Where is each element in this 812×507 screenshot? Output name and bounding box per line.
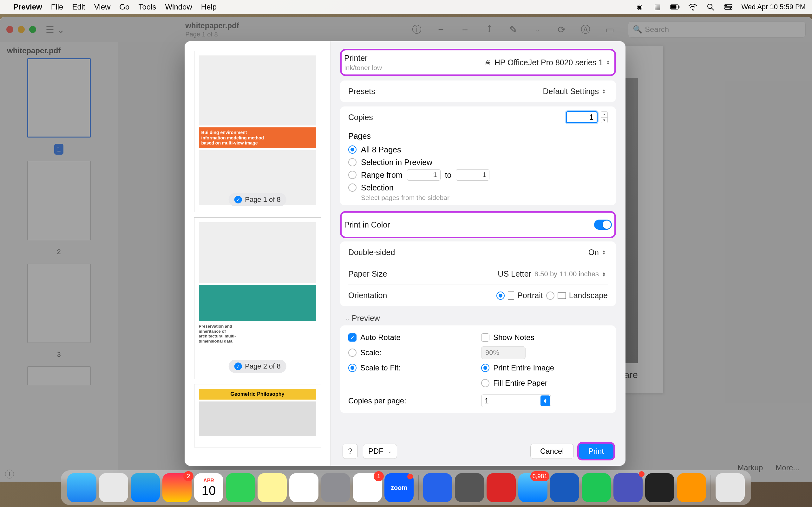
pages-selection-label[interactable]: Selection — [361, 183, 394, 192]
copies-stepper[interactable]: ▲▼ — [601, 111, 608, 123]
menu-help[interactable]: Help — [201, 3, 217, 11]
dock-app-1[interactable] — [423, 473, 452, 502]
pages-range-label[interactable]: Range from — [361, 170, 403, 180]
print-entire-radio[interactable] — [481, 364, 490, 372]
dock-photos[interactable]: 2 — [162, 473, 192, 502]
fill-paper-label[interactable]: Fill Entire Paper — [493, 379, 548, 388]
scale-fit-label[interactable]: Scale to Fit: — [360, 363, 401, 372]
dock-notes[interactable] — [258, 473, 287, 502]
svg-rect-2 — [679, 6, 680, 8]
menu-extra-icon[interactable]: ▦ — [653, 3, 662, 11]
scale-fit-radio[interactable] — [348, 364, 357, 372]
dock-messages[interactable] — [226, 473, 255, 502]
orientation-portrait-label[interactable]: Portrait — [517, 291, 543, 300]
copies-per-page-label: Copies per page: — [348, 396, 406, 405]
dock-zoom[interactable]: zoom — [385, 473, 414, 502]
orientation-portrait-radio[interactable] — [496, 291, 505, 300]
paper-size-select[interactable]: US Letter 8.50 by 11.00 inches ▲▼ — [498, 269, 608, 279]
dock-chrome[interactable]: 1 — [353, 473, 382, 502]
print-color-toggle[interactable] — [594, 220, 612, 230]
range-to-input[interactable] — [456, 169, 490, 181]
cancel-button[interactable]: Cancel — [530, 444, 574, 459]
presets-select[interactable]: Default Settings▲▼ — [543, 87, 608, 96]
show-notes-checkbox[interactable] — [481, 333, 490, 342]
scale-label[interactable]: Scale: — [360, 348, 382, 357]
menu-file[interactable]: File — [51, 3, 63, 11]
menu-window[interactable]: Window — [165, 3, 192, 11]
dock-app-3[interactable] — [645, 473, 674, 502]
scale-radio[interactable] — [348, 349, 357, 357]
svg-rect-1 — [671, 5, 676, 9]
printer-select[interactable]: 🖨 HP OfficeJet Pro 8020 series 1 ▲▼ — [484, 58, 612, 67]
pdf-dropdown[interactable]: PDF⌄ — [363, 444, 397, 459]
landscape-icon — [558, 292, 566, 299]
pages-selection-radio[interactable] — [348, 183, 357, 192]
scale-input[interactable]: 90% — [481, 346, 525, 359]
fill-paper-radio[interactable] — [481, 379, 490, 387]
print-color-highlight: Print in Color — [340, 211, 616, 238]
print-button[interactable]: Print — [579, 444, 613, 459]
spotlight-icon[interactable] — [706, 3, 715, 11]
photos-badge: 2 — [183, 471, 194, 481]
control-center-icon[interactable] — [723, 3, 733, 11]
presets-label: Presets — [348, 87, 375, 96]
pages-all-radio[interactable] — [348, 146, 357, 154]
dock-launchpad[interactable] — [99, 473, 128, 502]
dock-app-2[interactable] — [455, 473, 484, 502]
portrait-icon — [508, 291, 514, 300]
pages-all-label[interactable]: All 8 Pages — [361, 145, 401, 154]
dock-word[interactable] — [550, 473, 579, 502]
dock-finder[interactable] — [67, 473, 96, 502]
show-notes-label[interactable]: Show Notes — [493, 333, 534, 342]
menubar-datetime[interactable]: Wed Apr 10 5:59 PM — [741, 3, 806, 11]
preview-page-2[interactable]: Preservation andinheritance ofarchitectu… — [194, 217, 321, 379]
double-sided-select[interactable]: On▲▼ — [589, 248, 608, 257]
range-from-input[interactable] — [407, 169, 441, 181]
menu-edit[interactable]: Edit — [72, 3, 85, 11]
pages-selection-preview-radio[interactable] — [348, 158, 357, 166]
svg-line-4 — [711, 8, 714, 10]
preview-page-1[interactable]: Building environmentinformation modeling… — [194, 51, 321, 212]
pages-sel-preview-label[interactable]: Selection in Preview — [361, 158, 432, 167]
orientation-label: Orientation — [348, 291, 387, 300]
grammarly-icon[interactable]: ◉ — [635, 3, 644, 11]
pages-range-radio[interactable] — [348, 171, 357, 179]
copies-input[interactable] — [566, 111, 598, 123]
help-button[interactable]: ? — [343, 444, 358, 459]
double-sided-label: Double-sided — [348, 248, 395, 257]
mail-badge: 6,981 — [530, 471, 549, 481]
wifi-icon[interactable] — [688, 3, 698, 11]
dock-keychain[interactable] — [677, 473, 706, 502]
printer-row-highlight: Printer Ink/toner low 🖨 HP OfficeJet Pro… — [340, 49, 616, 76]
preview-page-3[interactable]: Geometric Philosophy — [194, 384, 321, 447]
dock-freeform[interactable] — [289, 473, 318, 502]
print-preview-pane: Building environmentinformation modeling… — [185, 41, 331, 466]
dock: 2 APR10 1 zoom 6,981 — [61, 470, 751, 505]
menu-go[interactable]: Go — [119, 3, 130, 11]
auto-rotate-label[interactable]: Auto Rotate — [360, 333, 401, 342]
orientation-landscape-radio[interactable] — [546, 291, 554, 300]
menu-view[interactable]: View — [94, 3, 111, 11]
range-to-label: to — [445, 170, 452, 180]
menu-tools[interactable]: Tools — [138, 3, 156, 11]
dock-trash[interactable] — [716, 473, 745, 502]
orientation-landscape-label[interactable]: Landscape — [569, 291, 608, 300]
chrome-badge: 1 — [374, 471, 384, 481]
pages-selection-hint: Select pages from the sidebar — [361, 194, 608, 202]
dock-teams[interactable] — [613, 473, 643, 502]
print-entire-label[interactable]: Print Entire Image — [493, 363, 554, 372]
copies-per-page-select[interactable]: 1▲▼ — [481, 395, 551, 407]
preview-section-title[interactable]: Preview — [345, 314, 616, 323]
dock-separator-2 — [711, 475, 711, 500]
dock-settings[interactable] — [321, 473, 350, 502]
dock-mail[interactable]: 6,981 — [518, 473, 548, 502]
svg-point-8 — [730, 8, 731, 9]
dock-numbers[interactable] — [582, 473, 611, 502]
app-name[interactable]: Preview — [13, 3, 42, 11]
dock-calendar[interactable]: APR10 — [194, 473, 223, 502]
battery-icon[interactable] — [670, 3, 680, 11]
dock-safari[interactable] — [131, 473, 160, 502]
auto-rotate-checkbox[interactable] — [348, 333, 357, 342]
print-dialog: Building environmentinformation modeling… — [185, 41, 625, 466]
dock-acrobat[interactable] — [487, 473, 516, 502]
